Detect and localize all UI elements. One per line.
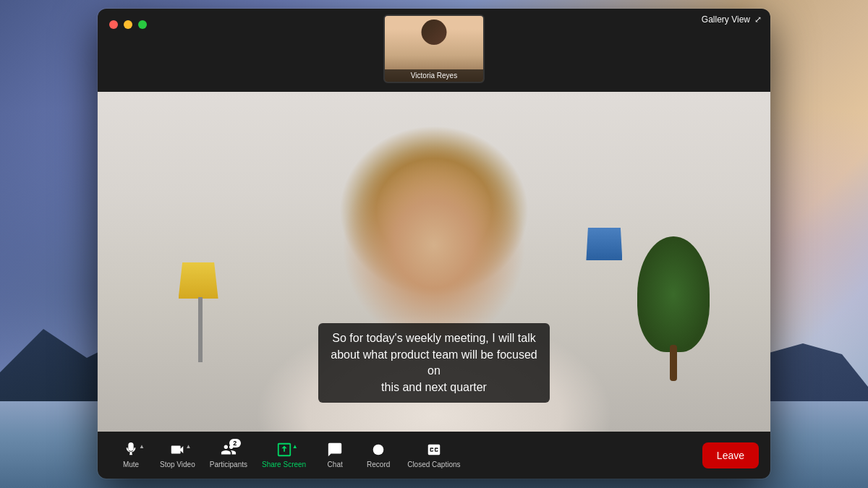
chat-icon xyxy=(327,442,343,458)
mute-icon-wrap: ▲ xyxy=(123,442,139,458)
chat-label: Chat xyxy=(328,461,343,468)
window-controls xyxy=(109,20,147,29)
share-screen-button[interactable]: ▲ Share Screen xyxy=(255,437,313,473)
share-screen-icon-wrap: ▲ xyxy=(276,442,292,458)
video-camera-icon xyxy=(169,442,185,458)
share-screen-label: Share Screen xyxy=(262,461,306,468)
stop-video-label: Stop Video xyxy=(160,461,195,468)
svg-point-0 xyxy=(373,445,384,455)
record-icon xyxy=(370,442,386,458)
closed-captions-icon xyxy=(426,442,442,458)
record-button[interactable]: Record xyxy=(357,437,400,473)
closed-captions-button[interactable]: Closed Captions xyxy=(400,437,467,473)
mute-label: Mute xyxy=(123,461,139,468)
minimize-button[interactable] xyxy=(124,20,132,29)
zoom-window: 🔒 Zoom Meeting ▾ Gallery View ⤢ Victoria… xyxy=(98,9,770,479)
participants-badge: 2 xyxy=(229,439,241,448)
title-bar: 🔒 Zoom Meeting ▾ Gallery View ⤢ Victoria… xyxy=(98,9,770,92)
toolbar-items: ▲ Mute ▲ Stop Video xyxy=(109,437,702,473)
gallery-view-label: Gallery View xyxy=(702,14,750,25)
cc-icon-wrap xyxy=(426,442,442,458)
mute-chevron[interactable]: ▲ xyxy=(139,443,145,450)
stop-video-button[interactable]: ▲ Stop Video xyxy=(153,437,203,473)
toolbar: ▲ Mute ▲ Stop Video xyxy=(98,432,770,479)
mute-button[interactable]: ▲ Mute xyxy=(109,437,153,473)
main-video-area: So for today's weekly meeting, I will ta… xyxy=(98,92,770,432)
close-button[interactable] xyxy=(109,20,118,29)
leave-button[interactable]: Leave xyxy=(702,442,759,468)
expand-icon: ⤢ xyxy=(754,14,762,25)
participant-thumbnail[interactable]: Victoria Reyes xyxy=(383,14,485,83)
participants-icon-wrap: 2 xyxy=(221,442,237,458)
maximize-button[interactable] xyxy=(138,20,147,29)
captions-overlay: So for today's weekly meeting, I will ta… xyxy=(318,323,550,403)
share-screen-icon xyxy=(276,442,292,458)
closed-captions-label: Closed Captions xyxy=(407,461,460,468)
chat-button[interactable]: Chat xyxy=(313,437,357,473)
video-chevron[interactable]: ▲ xyxy=(185,443,191,450)
record-label: Record xyxy=(367,461,390,468)
chat-icon-wrap xyxy=(327,442,343,458)
participants-button[interactable]: 2 Participants xyxy=(203,437,255,473)
stop-video-icon-wrap: ▲ xyxy=(169,442,185,458)
record-icon-wrap xyxy=(370,442,386,458)
microphone-icon xyxy=(123,442,139,458)
share-chevron[interactable]: ▲ xyxy=(292,443,298,450)
participants-label: Participants xyxy=(210,461,247,468)
participant-name: Victoria Reyes xyxy=(385,69,483,82)
gallery-view-button[interactable]: Gallery View ⤢ xyxy=(702,14,762,25)
